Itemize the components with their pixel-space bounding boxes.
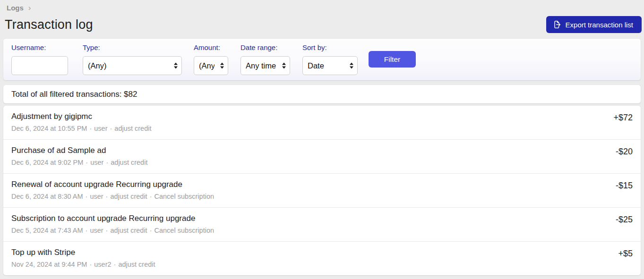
transaction-row-main: Subscription to account upgrade Recurrin…	[11, 214, 616, 234]
transaction-date: Dec 6, 2024 at 8:30 AM	[11, 193, 83, 200]
date-range-label: Date range:	[240, 43, 290, 51]
meta-separator: ·	[114, 261, 116, 268]
transaction-date: Nov 24, 2024 at 9:44 PM	[11, 261, 87, 268]
meta-separator: ·	[89, 261, 92, 268]
transaction-meta: Dec 5, 2024 at 7:43 AM·user·adjust credi…	[11, 227, 616, 234]
transaction-amount: +$5	[618, 248, 633, 268]
transaction-meta: Dec 6, 2024 at 9:02 PM·user·adjust credi…	[11, 159, 616, 166]
transaction-meta: Dec 6, 2024 at 10:55 PM·user·adjust cred…	[11, 125, 613, 132]
transaction-amount: -$20	[616, 146, 633, 166]
transaction-date: Dec 5, 2024 at 7:43 AM	[11, 227, 83, 234]
meta-separator: ·	[86, 159, 88, 166]
transaction-action-link[interactable]: Cancel subscription	[154, 227, 214, 234]
filter-button[interactable]: Filter	[369, 51, 416, 68]
transaction-row: Top up with StripeNov 24, 2024 at 9:44 P…	[3, 241, 641, 275]
transaction-user-link[interactable]: user	[94, 125, 107, 132]
filter-username: Username:	[11, 43, 68, 75]
amount-label: Amount:	[194, 43, 228, 51]
transaction-user-link[interactable]: user	[90, 159, 103, 166]
meta-separator: ·	[106, 227, 108, 234]
breadcrumb-chevron-icon: ›	[28, 4, 31, 12]
transaction-title: Renewal of account upgrade Recurring upg…	[11, 180, 616, 189]
type-label: Type:	[83, 43, 182, 51]
transaction-action-link[interactable]: adjust credit	[110, 193, 147, 200]
transaction-title: Top up with Stripe	[11, 248, 618, 257]
transaction-row-main: Renewal of account upgrade Recurring upg…	[11, 180, 616, 200]
sort-by-label: Sort by:	[302, 43, 358, 51]
transaction-action-link[interactable]: Cancel subscription	[154, 193, 214, 200]
filter-sort-by: Sort by: Date	[302, 43, 358, 75]
transaction-amount: +$72	[613, 112, 633, 132]
export-icon	[553, 20, 561, 29]
transaction-title: Subscription to account upgrade Recurrin…	[11, 214, 616, 223]
username-label: Username:	[11, 43, 68, 51]
filtered-total-bar: Total of all filtered transactions: $82	[3, 85, 641, 103]
date-range-select-wrap: Any time	[240, 56, 290, 75]
transaction-row-main: Adjustment by gigipmcDec 6, 2024 at 10:5…	[11, 112, 613, 132]
transaction-action-link[interactable]: adjust credit	[114, 125, 151, 132]
transaction-row: Renewal of account upgrade Recurring upg…	[3, 173, 641, 207]
page-title: Transaction log	[5, 17, 93, 32]
transaction-row: Subscription to account upgrade Recurrin…	[3, 207, 641, 241]
transaction-row-main: Top up with StripeNov 24, 2024 at 9:44 P…	[11, 248, 618, 268]
meta-separator: ·	[106, 159, 108, 166]
transaction-action-link[interactable]: adjust credit	[118, 261, 155, 268]
meta-separator: ·	[89, 125, 92, 132]
username-input[interactable]	[11, 56, 68, 75]
amount-select[interactable]: (Any)	[194, 56, 228, 75]
transaction-amount: -$25	[616, 214, 633, 234]
sort-by-select[interactable]: Date	[302, 56, 358, 75]
filter-bar: Username: Type: (Any) Amount: (Any) Date…	[3, 39, 641, 80]
transaction-meta: Nov 24, 2024 at 9:44 PM·user2·adjust cre…	[11, 261, 618, 268]
transaction-list: Adjustment by gigipmcDec 6, 2024 at 10:5…	[3, 106, 641, 275]
filter-date-range: Date range: Any time	[240, 43, 290, 75]
breadcrumb: Logs ›	[5, 4, 642, 12]
filter-amount: Amount: (Any)	[194, 43, 228, 75]
filtered-total-text: Total of all filtered transactions: $82	[11, 90, 137, 99]
meta-separator: ·	[86, 193, 88, 200]
page-header: Logs › Transaction log Export transactio…	[0, 0, 644, 39]
breadcrumb-link-logs[interactable]: Logs	[7, 4, 24, 12]
transaction-user-link[interactable]: user	[90, 227, 103, 234]
meta-separator: ·	[110, 125, 112, 132]
transaction-title: Purchase of ad Sample ad	[11, 146, 616, 155]
meta-separator: ·	[86, 227, 88, 234]
meta-separator: ·	[106, 193, 108, 200]
meta-separator: ·	[150, 227, 152, 234]
type-select-wrap: (Any)	[83, 56, 182, 75]
export-button-label: Export transaction list	[566, 21, 633, 29]
transaction-action-link[interactable]: adjust credit	[111, 159, 147, 166]
amount-select-wrap: (Any)	[194, 56, 228, 75]
transaction-amount: -$15	[616, 180, 633, 200]
sort-by-select-wrap: Date	[302, 56, 358, 75]
transaction-title: Adjustment by gigipmc	[11, 112, 613, 121]
type-select[interactable]: (Any)	[83, 56, 182, 75]
transaction-row: Adjustment by gigipmcDec 6, 2024 at 10:5…	[3, 106, 641, 139]
export-transaction-list-button[interactable]: Export transaction list	[546, 16, 642, 33]
transaction-action-link[interactable]: adjust credit	[110, 227, 147, 234]
date-range-select[interactable]: Any time	[240, 56, 290, 75]
transaction-date: Dec 6, 2024 at 10:55 PM	[11, 125, 87, 132]
transaction-row: Purchase of ad Sample adDec 6, 2024 at 9…	[3, 139, 641, 173]
filter-type: Type: (Any)	[83, 43, 182, 75]
transaction-user-link[interactable]: user	[90, 193, 103, 200]
transaction-row-main: Purchase of ad Sample adDec 6, 2024 at 9…	[11, 146, 616, 166]
transaction-meta: Dec 6, 2024 at 8:30 AM·user·adjust credi…	[11, 193, 616, 200]
title-row: Transaction log Export transaction list	[5, 16, 642, 33]
transaction-user-link[interactable]: user2	[94, 261, 111, 268]
transaction-date: Dec 6, 2024 at 9:02 PM	[11, 159, 83, 166]
meta-separator: ·	[150, 193, 152, 200]
